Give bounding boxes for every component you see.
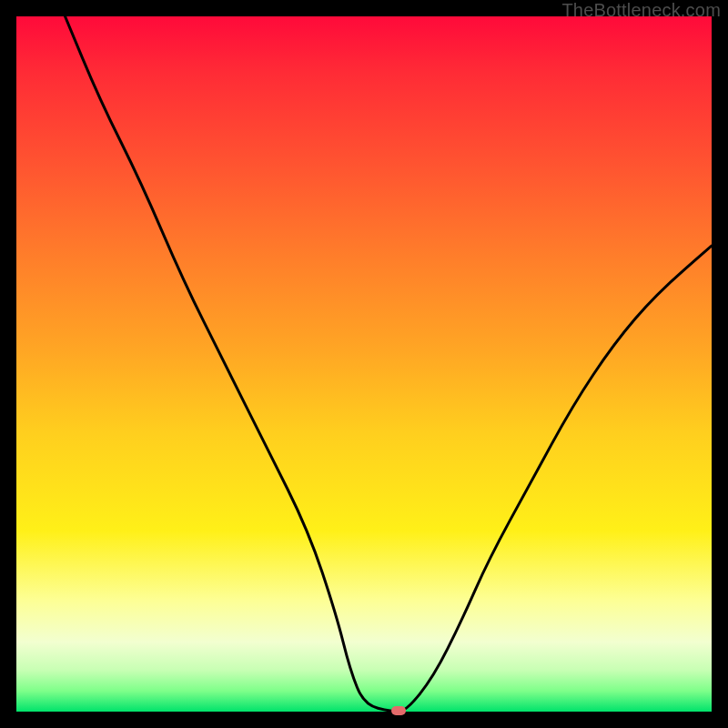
chart-frame: TheBottleneck.com <box>0 0 728 728</box>
bottleneck-curve <box>16 16 712 712</box>
minimum-marker <box>391 706 406 715</box>
chart-plot-area <box>16 16 712 712</box>
watermark-text: TheBottleneck.com <box>561 0 721 21</box>
